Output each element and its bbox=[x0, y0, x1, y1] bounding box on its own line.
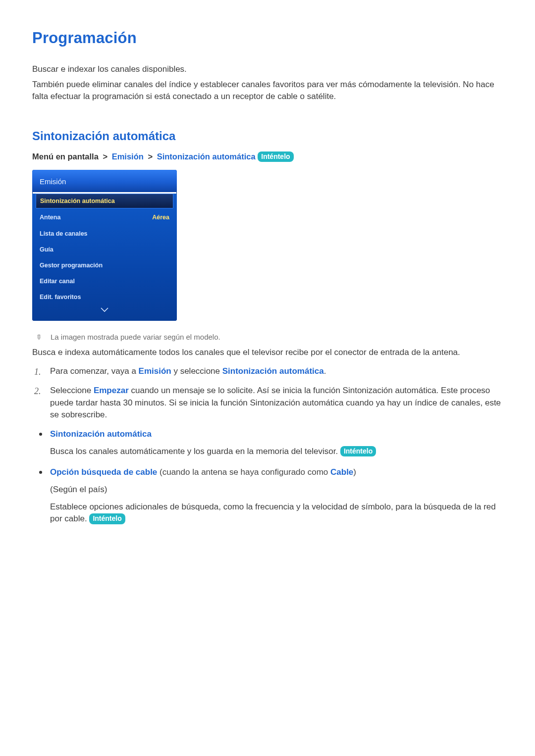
tv-item-label: Sintonización automática bbox=[40, 197, 115, 205]
breadcrumb-autotune: Sintonización automática bbox=[157, 152, 256, 161]
keyword-cable: Cable bbox=[330, 467, 353, 477]
step-text: y seleccione bbox=[171, 366, 222, 376]
step-text: Para comenzar, vaya a bbox=[50, 366, 139, 376]
try-now-pill[interactable]: Inténtelo bbox=[340, 446, 376, 456]
tv-item-label: Gestor programación bbox=[40, 261, 103, 270]
intro-line-2: También puede eliminar canales del índic… bbox=[32, 79, 503, 103]
tv-item-label: Edit. favoritos bbox=[40, 293, 81, 302]
tv-menu: Emisión Sintonización automática Antena … bbox=[32, 170, 177, 321]
tv-menu-header: Emisión bbox=[32, 170, 177, 193]
page-title: Programación bbox=[32, 27, 503, 50]
bullet-paren: ) bbox=[353, 467, 356, 477]
tv-item-label: Lista de canales bbox=[40, 229, 88, 238]
tv-item-guide[interactable]: Guía bbox=[32, 242, 177, 257]
section-heading-autotune: Sintonización automática bbox=[32, 128, 503, 145]
step-2: Seleccione Empezar cuando un mensaje se … bbox=[50, 385, 503, 421]
keyword-start: Empezar bbox=[94, 386, 129, 395]
tv-item-edit-channel[interactable]: Editar canal bbox=[32, 273, 177, 289]
step-1: Para comenzar, vaya a Emisión y seleccio… bbox=[50, 365, 503, 378]
tv-item-label: Editar canal bbox=[40, 277, 75, 286]
keyword-emision: Emisión bbox=[139, 366, 171, 376]
tv-menu-body: Sintonización automática Antena Aérea Li… bbox=[32, 194, 177, 321]
pencil-icon: ✎ bbox=[33, 331, 44, 343]
breadcrumb-sep-icon: > bbox=[101, 152, 109, 161]
tv-item-antena[interactable]: Antena Aérea bbox=[32, 209, 177, 225]
bullet-paren: (cuando la antena se haya configurado co… bbox=[157, 467, 330, 477]
breadcrumb: Menú en pantalla > Emisión > Sintonizaci… bbox=[32, 151, 503, 163]
bullet-cable-search: Opción búsqueda de cable (cuando la ante… bbox=[50, 466, 503, 525]
breadcrumb-sep-icon: > bbox=[146, 152, 155, 161]
tv-item-edit-favorites[interactable]: Edit. favoritos bbox=[32, 289, 177, 305]
bullet-text: Busca los canales automáticamente y los … bbox=[50, 447, 340, 456]
step-text: . bbox=[324, 366, 326, 376]
breadcrumb-emision: Emisión bbox=[112, 152, 144, 161]
tv-item-autotune[interactable]: Sintonización automática bbox=[36, 194, 173, 208]
tv-item-value: Aérea bbox=[152, 213, 169, 222]
tv-item-label: Guía bbox=[40, 245, 54, 254]
keyword-autotune: Sintonización automática bbox=[222, 366, 324, 376]
bullet-heading-line: Opción búsqueda de cable (cuando la ante… bbox=[50, 466, 503, 479]
bullet-heading: Opción búsqueda de cable bbox=[50, 467, 157, 477]
tv-item-label: Antena bbox=[40, 213, 60, 222]
step-text: Seleccione bbox=[50, 386, 94, 395]
image-note: ✎ La imagen mostrada puede variar según … bbox=[35, 332, 503, 343]
bullet-body: Establece opciones adicionales de búsque… bbox=[50, 501, 503, 525]
bullet-autotune: Sintonización automática Busca los canal… bbox=[50, 428, 503, 457]
try-now-pill[interactable]: Inténtelo bbox=[258, 151, 293, 162]
breadcrumb-root: Menú en pantalla bbox=[32, 152, 99, 161]
bullet-subnote: (Según el país) bbox=[50, 484, 503, 496]
bullet-heading: Sintonización automática bbox=[50, 428, 503, 441]
try-now-pill[interactable]: Inténtelo bbox=[89, 513, 125, 524]
intro-line-1: Buscar e indexar los canales disponibles… bbox=[32, 63, 503, 76]
tv-item-schedule-manager[interactable]: Gestor programación bbox=[32, 257, 177, 273]
tv-item-channel-list[interactable]: Lista de canales bbox=[32, 226, 177, 242]
auto-description: Busca e indexa automáticamente todos los… bbox=[32, 347, 503, 359]
image-note-text: La imagen mostrada puede variar según el… bbox=[51, 332, 220, 343]
bullet-body: Busca los canales automáticamente y los … bbox=[50, 446, 503, 458]
chevron-down-icon[interactable] bbox=[32, 305, 177, 318]
